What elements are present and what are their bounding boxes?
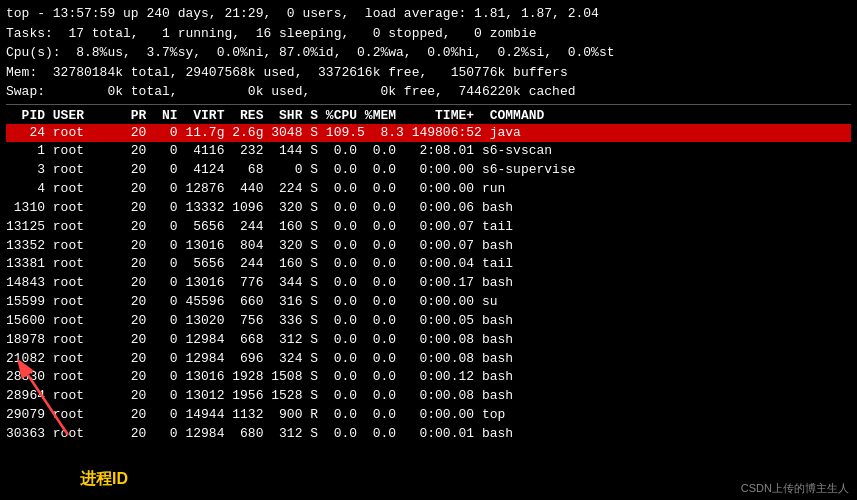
header-line-2: Tasks: 17 total, 1 running, 16 sleeping,… [6,24,851,44]
table-row: 13125 root 20 0 5656 244 160 S 0.0 0.0 0… [6,218,851,237]
header-section: top - 13:57:59 up 240 days, 21:29, 0 use… [6,4,851,102]
table-row: 28830 root 20 0 13016 1928 1508 S 0.0 0.… [6,368,851,387]
header-line-3: Cpu(s): 8.8%us, 3.7%sy, 0.0%ni, 87.0%id,… [6,43,851,63]
highlighted-process-row: 24 root 20 0 11.7g 2.6g 3048 S 109.5 8.3… [6,124,851,143]
process-rows: 1 root 20 0 4116 232 144 S 0.0 0.0 2:08.… [6,142,851,444]
table-row: 15600 root 20 0 13020 756 336 S 0.0 0.0 … [6,312,851,331]
header-line-5: Swap: 0k total, 0k used, 0k free, 744622… [6,82,851,102]
svg-line-1 [28,375,68,435]
table-row: 30363 root 20 0 12984 680 312 S 0.0 0.0 … [6,425,851,444]
table-row: 1310 root 20 0 13332 1096 320 S 0.0 0.0 … [6,199,851,218]
table-header: PID USER PR NI VIRT RES SHR S %CPU %MEM … [6,107,851,124]
table-row: 29079 root 20 0 14944 1132 900 R 0.0 0.0… [6,406,851,425]
divider [6,104,851,105]
rows-container: 24 root 20 0 11.7g 2.6g 3048 S 109.5 8.3… [6,124,851,444]
table-row: 15599 root 20 0 45596 660 316 S 0.0 0.0 … [6,293,851,312]
annotation-label: 进程ID [80,469,128,490]
table-row: 13381 root 20 0 5656 244 160 S 0.0 0.0 0… [6,255,851,274]
watermark: CSDN上传的博主生人 [741,481,849,496]
terminal-window: top - 13:57:59 up 240 days, 21:29, 0 use… [0,0,857,500]
table-row: 21082 root 20 0 12984 696 324 S 0.0 0.0 … [6,350,851,369]
table-row: 28964 root 20 0 13012 1956 1528 S 0.0 0.… [6,387,851,406]
table-row: 13352 root 20 0 13016 804 320 S 0.0 0.0 … [6,237,851,256]
table-row: 4 root 20 0 12876 440 224 S 0.0 0.0 0:00… [6,180,851,199]
annotation-arrow [8,355,88,445]
header-line-4: Mem: 32780184k total, 29407568k used, 33… [6,63,851,83]
table-row: 14843 root 20 0 13016 776 344 S 0.0 0.0 … [6,274,851,293]
header-line-1: top - 13:57:59 up 240 days, 21:29, 0 use… [6,4,851,24]
table-row: 18978 root 20 0 12984 668 312 S 0.0 0.0 … [6,331,851,350]
table-row: 3 root 20 0 4124 68 0 S 0.0 0.0 0:00.00 … [6,161,851,180]
table-row: 1 root 20 0 4116 232 144 S 0.0 0.0 2:08.… [6,142,851,161]
